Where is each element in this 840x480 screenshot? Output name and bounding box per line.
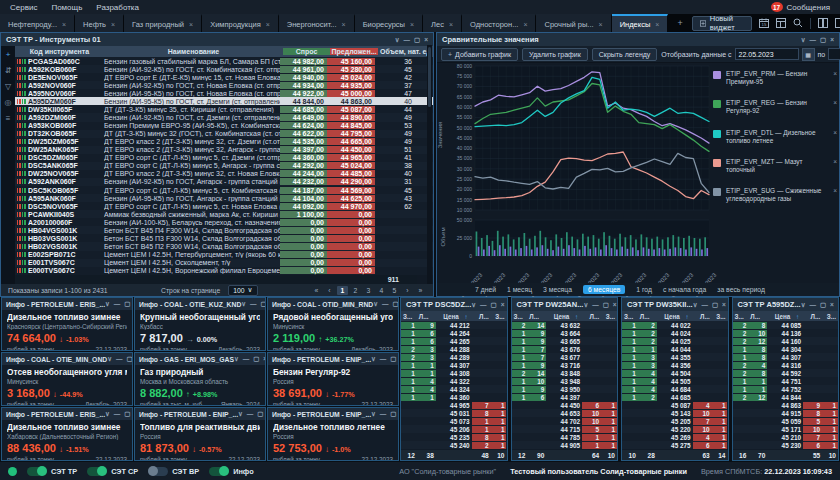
bid-cell[interactable]: 0,00 [280, 243, 327, 250]
maximize-icon[interactable]: ▢ [126, 355, 132, 363]
workspace-tab[interactable]: Химпродукция × [202, 14, 279, 32]
ask-row[interactable]: 44 450 6 1 [512, 401, 618, 409]
calendar-icon[interactable]: ▦ [802, 48, 815, 61]
col-bid-orders[interactable]: З... [512, 313, 528, 320]
bid-row[interactable]: 2 3 44 289 [401, 353, 507, 361]
close-icon[interactable]: × [613, 301, 617, 309]
widget-header[interactable]: Инфо - GAS - ERI_MOS_GAS ∨ — ▢ × [135, 353, 265, 365]
ask-row[interactable]: 45 235 8 1 [401, 433, 507, 441]
bid-cell[interactable]: 0,00 [280, 235, 327, 242]
maximize-icon[interactable]: ▢ [124, 300, 130, 308]
ask-cell[interactable]: 45 024,00 [327, 74, 375, 81]
chevron-down-icon[interactable]: ∨ [238, 410, 243, 418]
ask-row[interactable]: 44 905 1 1 [512, 441, 618, 449]
table-row[interactable]: PCGASAD060C Бензин газовый стабильный ма… [15, 57, 433, 65]
bid-cell[interactable]: 44 934,00 [280, 82, 327, 89]
ask-row[interactable]: 45 205 7 1 [622, 417, 728, 425]
close-icon[interactable]: × [263, 355, 265, 363]
ask-cell[interactable]: 0,00 [327, 235, 375, 242]
ask-cell[interactable]: 44 290,00 [327, 178, 375, 185]
filter-icon[interactable]: ▽ [5, 82, 11, 91]
workspace-tab[interactable]: Газ природный × [124, 14, 202, 32]
bid-row[interactable]: 2 10 44 136 [733, 329, 839, 337]
ask-cell[interactable]: 45 000,00 [327, 90, 375, 97]
bid-row[interactable]: 1 4 44 322 [401, 377, 507, 385]
bid-row[interactable]: 1 9 44 212 [401, 321, 507, 329]
hide-legend-button[interactable]: Скрыть легенду [592, 48, 658, 61]
bid-row[interactable]: 1 3 44 356 [622, 361, 728, 369]
table-row[interactable]: DSC5NOV065F ДТ ЕВРО сорт С (ДТ-Л-К5) мин… [15, 202, 433, 210]
bid-cell[interactable]: 0,00 [280, 267, 327, 274]
minimize-icon[interactable]: — [380, 410, 387, 418]
maximize-icon[interactable]: ▢ [392, 300, 398, 308]
chevron-down-icon[interactable]: ∨ [371, 355, 376, 363]
bid-cell[interactable]: 1 100,00 [280, 211, 327, 218]
workspace-tab[interactable]: Биоресурсы × [355, 14, 423, 32]
maximize-icon[interactable]: ▢ [253, 355, 259, 363]
ask-row[interactable]: 44 715 5 1 [512, 425, 618, 433]
bid-row[interactable]: 1 1 44 752 [733, 385, 839, 393]
ask-cell[interactable]: 44 935,00 [327, 82, 375, 89]
ask-row[interactable]: 44 915 8 1 [733, 409, 839, 417]
minimize-icon[interactable]: — [116, 355, 123, 363]
bid-cell[interactable]: 44 092,00 [280, 203, 327, 210]
col-ask-lots[interactable]: Л... [472, 313, 491, 320]
ask-cell[interactable]: 44 665,00 [327, 138, 375, 145]
table-row[interactable]: DW25ANK065F ДТ ЕВРО класс 2 (ДТ-З-К5) ми… [15, 146, 433, 154]
bid-row[interactable]: 2 12 44 160 [733, 337, 839, 345]
bid-row[interactable]: 1 6 44 265 [401, 337, 507, 345]
col-ask-orders[interactable]: З... [491, 313, 507, 320]
close-icon[interactable]: × [424, 36, 428, 44]
volume-bar-chart[interactable]: 025 00050 000 [439, 218, 713, 262]
table-row[interactable]: A592DZM060F Бензин (АИ-92-К5) по ГОСТ, с… [15, 113, 433, 121]
toggle-switch[interactable] [87, 467, 107, 476]
maximize-icon[interactable]: ▢ [820, 301, 826, 309]
legend-item[interactable]: ETIP_EVR_DTL — Дизельное топливо летнее … [713, 129, 837, 145]
bid-row[interactable]: 2 3 44 288 [401, 345, 507, 353]
col-bid-lots[interactable]: Л... [527, 313, 546, 320]
bid-row[interactable]: 1 9 43 664 [512, 329, 618, 337]
dashboard-icon[interactable] [776, 18, 786, 29]
table-row[interactable]: DW25DZM065F ДТ ЕВРО класс 2 (ДТ-З-К5) ми… [15, 138, 433, 146]
page-button[interactable]: › [402, 286, 413, 295]
ask-row[interactable]: 45 210 7 1 [733, 433, 839, 441]
close-icon[interactable]: × [830, 301, 834, 309]
close-icon[interactable]: × [833, 129, 837, 145]
ask-row[interactable]: 44 785 1 1 [512, 433, 618, 441]
table-row[interactable]: HB04VGS001K Бетон БСТ В45 П4 F300 W14, С… [15, 226, 433, 234]
ask-cell[interactable]: 0,00 [327, 243, 375, 250]
legend-item[interactable]: ETIP_EVR_REG — Бензин Регуляр-92 × [713, 99, 837, 115]
target-icon[interactable]: ◎ [5, 98, 12, 107]
market-toggle[interactable]: СЭТ СР [87, 467, 138, 476]
page-button[interactable]: ‹ [324, 286, 335, 295]
market-toggle[interactable]: СЭТ ТР [27, 467, 77, 476]
bid-row[interactable]: 1 4 44 504 [622, 369, 728, 377]
col-bid[interactable]: Спрос [283, 48, 330, 55]
bid-row[interactable]: 1 6 44 264 [401, 329, 507, 337]
minimize-icon[interactable]: — [701, 301, 708, 309]
ask-row[interactable]: 45 240 2 1 [401, 441, 507, 449]
table-row[interactable]: DE5ENOV065F ДТ ЕВРО сорт Е (ДТ-Е-К5) мин… [15, 73, 433, 81]
range-button[interactable]: 6 месяцев [583, 285, 625, 294]
maximize-icon[interactable]: ▢ [414, 36, 420, 44]
ask-row[interactable]: 45 087 4 1 [622, 401, 728, 409]
range-button[interactable]: 1 год [636, 286, 652, 293]
table-row[interactable]: DSC5DZM065F ДТ ЕВРО сорт С (ДТ-Л-К5) мин… [15, 154, 433, 162]
bid-row[interactable]: 2 4 44 316 [733, 361, 839, 369]
maximize-icon[interactable]: ▢ [491, 301, 497, 309]
bid-row[interactable]: 1 2 44 022 [622, 321, 728, 329]
settings-sliders-icon[interactable]: ⇵ [5, 66, 12, 75]
close-icon[interactable]: × [833, 99, 837, 115]
panel-header[interactable]: СЭТ ТР - Инструменты 01 ∨ — ▢ × [1, 33, 433, 46]
close-icon[interactable]: × [342, 21, 346, 28]
close-icon[interactable]: × [111, 21, 115, 28]
minimize-icon[interactable]: — [382, 300, 389, 308]
table-row[interactable]: A595DZM060F Бензин (АИ-95-К5) по ГОСТ, с… [15, 97, 433, 105]
add-chart-button[interactable]: +Добавить график [441, 48, 518, 61]
ask-cell[interactable]: 44 485,00 [327, 170, 375, 177]
ask-cell[interactable]: 0,00 [327, 211, 375, 218]
range-button[interactable]: 3 месяца [543, 286, 572, 293]
range-button[interactable]: 1 месяц [507, 286, 532, 293]
ask-cell[interactable]: 45 024,00 [327, 162, 375, 169]
widget-header[interactable]: Инфо - COAL - OTIE_KUZ_KND ∨ — ▢ × [135, 298, 265, 310]
